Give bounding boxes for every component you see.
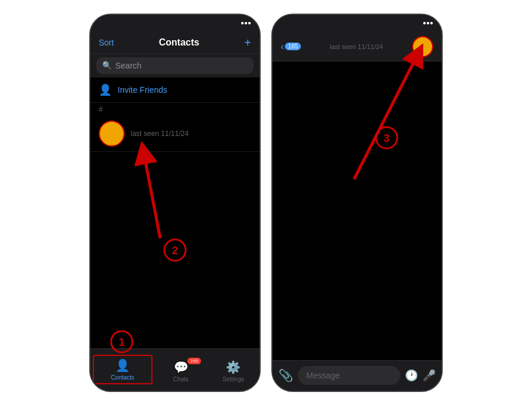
tab-chats-label: Chats <box>173 376 189 383</box>
back-badge: 165 <box>285 43 301 50</box>
chats-tab-icon: 💬 <box>174 360 189 374</box>
search-icon: 🔍 <box>102 61 112 70</box>
invite-friends-row[interactable]: 👤 Invite Friends <box>90 77 259 103</box>
mic-icon[interactable]: 🎤 <box>423 369 436 382</box>
contacts-list: 👤 Invite Friends # last seen 11/11/24 <box>90 77 259 348</box>
tab-chats[interactable]: 💬 165 Chats <box>155 357 207 383</box>
chat-avatar[interactable] <box>412 36 433 57</box>
attach-icon[interactable]: 📎 <box>278 368 293 383</box>
page-title: Contacts <box>159 37 199 48</box>
left-phone: ●●● Sort Contacts + 🔍 Search 👤 <box>89 14 261 392</box>
tab-contacts-label: Contacts <box>111 374 134 381</box>
tab-bar: 👤 Contacts 💬 165 Chats ⚙️ Settings <box>90 348 259 391</box>
status-icons-right: ●●● <box>423 20 433 26</box>
contact-row[interactable]: last seen 11/11/24 <box>90 116 259 152</box>
message-input[interactable]: Message <box>298 366 400 385</box>
chat-header-center: last seen 11/11/24 <box>306 43 407 50</box>
invite-label: Invite Friends <box>118 85 167 95</box>
settings-tab-icon: ⚙️ <box>226 360 241 374</box>
chats-badge: 165 <box>187 358 201 364</box>
status-bar-left: ●●● <box>90 15 259 31</box>
message-bar: 📎 Message 🕐 🎤 <box>273 360 442 391</box>
add-contact-button[interactable]: + <box>244 36 251 50</box>
tab-settings[interactable]: ⚙️ Settings <box>207 357 259 383</box>
status-bar-right: ●●● <box>273 15 442 31</box>
right-phone: ●●● ‹ 165 last seen 11/11/24 📎 <box>271 14 443 392</box>
search-bar[interactable]: 🔍 Search <box>90 54 259 77</box>
back-button[interactable]: ‹ 165 <box>281 41 301 52</box>
contact-last-seen: last seen 11/11/24 <box>131 129 251 138</box>
status-icons-left: ●●● <box>241 20 251 26</box>
search-input[interactable]: Search <box>115 61 141 70</box>
contact-info: last seen 11/11/24 <box>131 129 251 138</box>
section-letter: # <box>90 103 259 116</box>
tab-settings-label: Settings <box>223 376 244 383</box>
tab-contacts[interactable]: 👤 Contacts <box>93 355 153 384</box>
back-chevron-icon: ‹ <box>281 41 284 52</box>
chat-body <box>273 61 442 360</box>
invite-icon: 👤 <box>99 83 112 96</box>
sort-button[interactable]: Sort <box>99 38 114 47</box>
avatar <box>99 121 125 147</box>
clock-icon[interactable]: 🕐 <box>405 369 418 382</box>
chat-last-seen: last seen 11/11/24 <box>330 43 383 50</box>
contacts-header: Sort Contacts + <box>90 31 259 54</box>
contacts-tab-icon: 👤 <box>115 358 130 372</box>
chat-header: ‹ 165 last seen 11/11/24 <box>273 31 442 61</box>
